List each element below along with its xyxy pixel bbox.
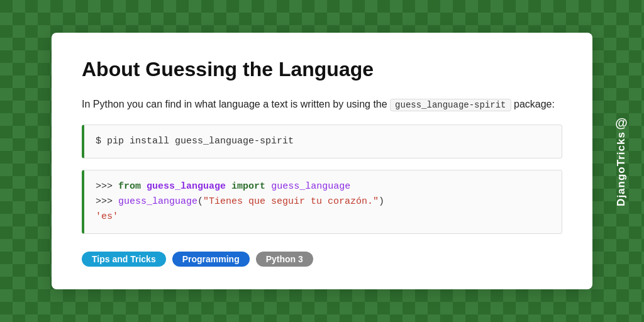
package-name: guess_language-spirit bbox=[390, 99, 511, 111]
python-code-block: >>> from guess_language import guess_lan… bbox=[82, 170, 562, 234]
install-command: $ pip install guess_language-spirit bbox=[96, 136, 294, 147]
page-title: About Guessing the Language bbox=[82, 58, 562, 81]
code-line-3: 'es' bbox=[96, 209, 550, 225]
install-code-block: $ pip install guess_language-spirit bbox=[82, 125, 562, 158]
tag-python3[interactable]: Python 3 bbox=[256, 252, 313, 267]
intro-suffix: package: bbox=[514, 99, 555, 109]
prompt-1: >>> bbox=[96, 181, 118, 192]
code-line-2: >>> guess_language("Tienes que seguir tu… bbox=[96, 194, 550, 209]
paren-open: ( bbox=[197, 196, 203, 207]
func-name-1: guess_language bbox=[271, 181, 350, 192]
paren-close: ) bbox=[379, 196, 384, 207]
string-arg: "Tienes que seguir tu corazón." bbox=[203, 196, 379, 207]
tag-programming[interactable]: Programming bbox=[172, 252, 250, 267]
kw-from: from bbox=[118, 181, 141, 192]
intro-text: In Python you can find in what language … bbox=[82, 99, 387, 109]
result-value: 'es' bbox=[96, 211, 118, 222]
func-name-2: guess_language bbox=[118, 196, 197, 207]
code-line-1: >>> from guess_language import guess_lan… bbox=[96, 179, 550, 194]
intro-paragraph: In Python you can find in what language … bbox=[82, 96, 562, 113]
tags-container: Tips and Tricks Programming Python 3 bbox=[82, 252, 562, 267]
tag-tips-and-tricks[interactable]: Tips and Tricks bbox=[82, 252, 166, 267]
main-card: About Guessing the Language In Python yo… bbox=[52, 33, 592, 290]
module-name: guess_language bbox=[147, 181, 226, 192]
kw-import: import bbox=[231, 181, 265, 192]
site-name: DjangoTricks bbox=[615, 131, 628, 206]
at-sign: @ bbox=[615, 116, 628, 130]
site-label: @ DjangoTricks bbox=[615, 116, 628, 206]
prompt-2: >>> bbox=[96, 196, 118, 207]
